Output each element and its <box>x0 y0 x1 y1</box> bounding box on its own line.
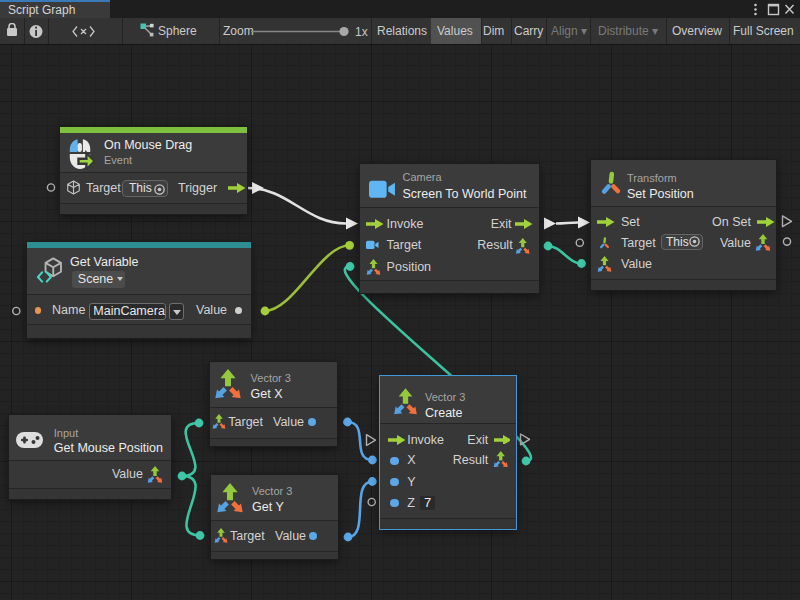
svg-text:1x: 1x <box>355 25 368 39</box>
